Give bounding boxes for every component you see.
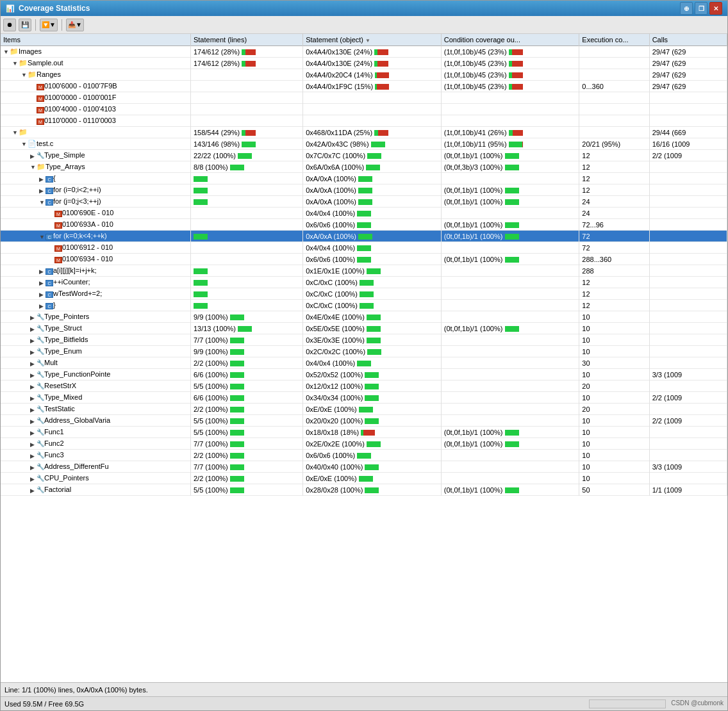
table-row[interactable]: ▶Cfor (i=0;i<2;++i) 0xA/0xA (100%) (0t,0…	[1, 184, 727, 196]
expand-collapse-icon[interactable]: ▼	[21, 141, 28, 147]
expand-collapse-icon[interactable]: ▶	[39, 188, 46, 194]
save-button[interactable]: 💾	[19, 19, 31, 31]
expand-collapse-icon[interactable]: ▶	[30, 430, 37, 436]
expand-collapse-icon[interactable]: ▶	[30, 349, 37, 356]
close-button[interactable]: ✕	[709, 2, 722, 15]
expand-collapse-icon[interactable]: ▶	[30, 476, 37, 482]
export-button[interactable]: 📥▼	[66, 19, 84, 31]
table-row[interactable]: M0100'6912 - 010 0x4/0x4 (100%) 72	[1, 242, 727, 254]
table-row[interactable]: M0100'0000 - 0100'001F	[1, 92, 727, 104]
expand-collapse-icon[interactable]: ▶	[39, 303, 46, 309]
cond-cell	[441, 265, 579, 277]
table-row[interactable]: ▶C++iCounter; 0xC/0xC (100%) 12	[1, 277, 727, 288]
table-row[interactable]: ▼📁Ranges 0x4A4/0x20C4 (14%) (1t,0f,10b)/…	[1, 69, 727, 81]
table-row[interactable]: M0100'6000 - 0100'7F9B 0x4A4/0x1F9C (15%…	[1, 81, 727, 92]
expand-collapse-icon[interactable]: ▶	[30, 418, 37, 425]
coverage-bar	[365, 464, 379, 470]
table-row[interactable]: ▶🔧Address_DifferentFu 7/7 (100%) 0x40/0x…	[1, 461, 727, 473]
table-row[interactable]: ▶🔧Func2 7/7 (100%) 0x2E/0x2E (100%) (0t,…	[1, 438, 727, 450]
expand-collapse-icon[interactable]: ▶	[39, 176, 46, 183]
col-header-stmt-obj[interactable]: Statement (object) ▼	[303, 34, 442, 46]
table-row[interactable]: ▶🔧Func3 2/2 (100%) 0x6/0x6 (100%) 10	[1, 450, 727, 461]
table-row[interactable]: M0100'6934 - 010 0x6/0x6 (100%) (0t,0f,1…	[1, 254, 727, 265]
expand-collapse-icon[interactable]: ▶	[30, 315, 37, 321]
calls-cell	[649, 254, 727, 265]
table-row[interactable]: ▶C} 0xC/0xC (100%) 12	[1, 300, 727, 311]
table-row[interactable]: ▶Ca[i][j][k]=i+j+k; 0x1E/0x1E (100%) 288	[1, 265, 727, 277]
exec-cell: 288	[579, 265, 649, 277]
col-header-stmt-lines[interactable]: Statement (lines)	[190, 34, 302, 46]
col-header-calls[interactable]: Calls	[649, 34, 727, 46]
table-row[interactable]: ▶🔧Mult 2/2 (100%) 0x4/0x4 (100%) 30	[1, 357, 727, 369]
col-header-cond[interactable]: Condition coverage ou...	[441, 34, 579, 46]
expand-collapse-icon[interactable]: ▼	[39, 234, 46, 240]
pin-button[interactable]: ⊕	[680, 2, 693, 15]
table-row[interactable]: ▼Cfor (k=0;k<4;++k) 0xA/0xA (100%) (0t,0…	[1, 231, 727, 242]
expand-collapse-icon[interactable]: ▶	[30, 441, 37, 448]
expand-collapse-icon[interactable]: ▶	[39, 268, 46, 275]
expand-collapse-icon[interactable]: ▶	[30, 453, 37, 459]
expand-collapse-icon[interactable]: ▶	[30, 326, 37, 332]
table-row[interactable]: ▼📁 158/544 (29%) 0x468/0x11DA (25%) (1t,…	[1, 127, 727, 138]
table-row[interactable]: M0100'690E - 010 0x4/0x4 (100%) 24	[1, 208, 727, 219]
exec-cell: 12	[579, 184, 649, 196]
table-row[interactable]: M0100'693A - 010 0x6/0x6 (100%) (0t,0f,1…	[1, 219, 727, 231]
table-row[interactable]: ▼Cfor (j=0;j<3;++j) 0xA/0xA (100%) (0t,0…	[1, 196, 727, 208]
table-row[interactable]: ▶🔧CPU_Pointers 2/2 (100%) 0xE/0xE (100%)…	[1, 473, 727, 484]
stmt-obj-cell: 0xA/0xA (100%)	[303, 231, 442, 242]
folder-icon: 📁	[10, 47, 19, 55]
filter-button[interactable]: 🔽▼	[40, 19, 58, 31]
table-row[interactable]: ▼📁Images 174/612 (28%) 0x4A4/0x130E (24%…	[1, 46, 727, 58]
expand-collapse-icon[interactable]: ▼	[39, 199, 46, 206]
table-row[interactable]: ▶🔧Address_GlobalVaria 5/5 (100%) 0x20/0x…	[1, 415, 727, 427]
expand-collapse-icon[interactable]: ▶	[30, 395, 37, 402]
stmt-lines-value: 174/612 (28%)	[194, 60, 240, 67]
expand-collapse-icon[interactable]: ▶	[30, 153, 37, 159]
table-row[interactable]: ▶CwTestWord+=2; 0xC/0xC (100%) 12	[1, 288, 727, 300]
table-row[interactable]: ▶🔧Func1 5/5 (100%) 0x18/0x18 (18%) (0t,0…	[1, 427, 727, 438]
expand-collapse-icon[interactable]: ▼	[12, 60, 19, 67]
expand-collapse-icon[interactable]: ▶	[30, 372, 37, 379]
expand-collapse-icon[interactable]: ▼	[21, 72, 28, 78]
table-row[interactable]: ▶🔧TestStatic 2/2 (100%) 0xE/0xE (100%) 2…	[1, 404, 727, 415]
coverage-bar	[358, 176, 372, 182]
table-row[interactable]: ▶🔧Type_Struct 13/13 (100%) 0x5E/0x5E (10…	[1, 323, 727, 334]
expand-collapse-icon[interactable]: ▶	[30, 338, 37, 344]
table-row[interactable]: ▶C{ 0xA/0xA (100%) 12	[1, 173, 727, 184]
item-name-cell: ▶Ca[i][j][k]=i+j+k;	[1, 265, 190, 277]
table-row[interactable]: ▶🔧Type_Pointers 9/9 (100%) 0x4E/0x4E (10…	[1, 311, 727, 323]
record-button[interactable]: ⏺	[3, 19, 16, 31]
expand-collapse-icon[interactable]: ▶	[39, 291, 46, 298]
table-row[interactable]: ▼📁Type_Arrays 8/8 (100%) 0x6A/0x6A (100%…	[1, 161, 727, 173]
coverage-bar	[509, 142, 523, 147]
stmt-lines-value: 158/544 (29%)	[194, 129, 240, 136]
expand-collapse-icon[interactable]: ▶	[30, 384, 37, 390]
expand-collapse-icon[interactable]: ▶	[30, 361, 37, 367]
expand-collapse-icon[interactable]: ▼	[30, 164, 37, 170]
table-container[interactable]: Items Statement (lines) Statement (objec…	[1, 34, 727, 682]
table-row[interactable]: ▶🔧Type_Mixed 6/6 (100%) 0x34/0x34 (100%)…	[1, 392, 727, 404]
table-row[interactable]: M0100'4000 - 0100'4103	[1, 104, 727, 115]
col-header-exec[interactable]: Execution co...	[579, 34, 649, 46]
col-header-items[interactable]: Items	[1, 34, 190, 46]
expand-collapse-icon[interactable]: ▼	[3, 49, 10, 55]
table-row[interactable]: ▼📁Sample.out 174/612 (28%) 0x4A4/0x130E …	[1, 58, 727, 69]
stmt-lines-value: 8/8 (100%)	[194, 163, 228, 171]
table-row[interactable]: ▶🔧Type_Enum 9/9 (100%) 0x2C/0x2C (100%) …	[1, 346, 727, 357]
expand-collapse-icon[interactable]: ▶	[30, 407, 37, 413]
exec-cell: 10	[579, 334, 649, 346]
table-row[interactable]: ▶🔧Type_Bitfields 7/7 (100%) 0x3E/0x3E (1…	[1, 334, 727, 346]
stmt-obj-value: 0xE/0xE (100%)	[306, 475, 356, 482]
restore-button[interactable]: ❐	[695, 2, 707, 15]
table-row[interactable]: ▼📄test.c 143/146 (98%) 0x42A/0x43C (98%)…	[1, 138, 727, 150]
table-row[interactable]: ▶🔧Type_FunctionPointe 6/6 (100%) 0x52/0x…	[1, 369, 727, 380]
expand-collapse-icon[interactable]: ▼	[12, 129, 19, 136]
table-row[interactable]: ▶🔧Type_Simple 22/22 (100%) 0x7C/0x7C (10…	[1, 150, 727, 161]
expand-collapse-icon[interactable]: ▶	[30, 464, 37, 471]
table-row[interactable]: ▶🔧Factorial 5/5 (100%) 0x28/0x28 (100%) …	[1, 484, 727, 496]
table-row[interactable]: ▶🔧ResetStrX 5/5 (100%) 0x12/0x12 (100%) …	[1, 380, 727, 392]
expand-collapse-icon[interactable]: ▶	[39, 280, 46, 286]
scrollbar-indicator[interactable]	[589, 699, 666, 708]
expand-collapse-icon[interactable]: ▶	[30, 487, 37, 494]
table-row[interactable]: M0110'0000 - 0110'0003	[1, 115, 727, 127]
